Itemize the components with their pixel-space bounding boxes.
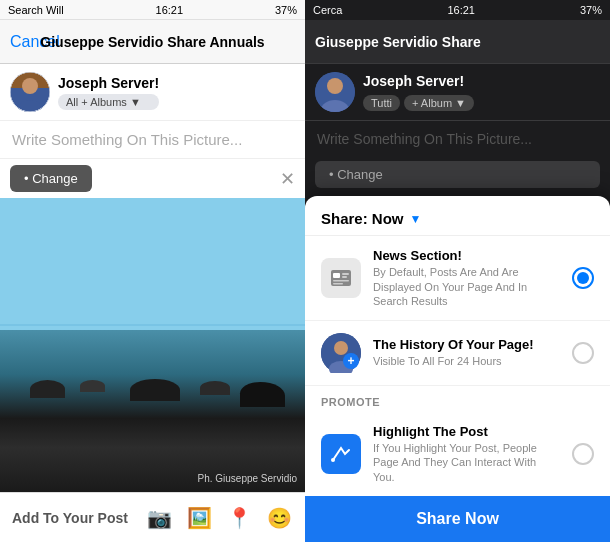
user-row-right: Joseph Server! Tutti + Album ▼ <box>305 64 610 121</box>
news-icon <box>321 258 361 298</box>
write-something-left[interactable]: Write Something On This Picture... <box>0 121 305 159</box>
svg-text:+: + <box>347 354 354 368</box>
history-option-desc: Visible To All For 24 Hours <box>373 354 560 368</box>
status-bar-left: Search Will 16:21 37% <box>0 0 305 20</box>
water-surface <box>0 324 305 326</box>
news-option-text: News Section! By Default, Posts Are And … <box>373 248 560 308</box>
close-icon-left[interactable]: ✕ <box>280 168 295 190</box>
camera-icon[interactable]: 📷 <box>145 504 173 532</box>
avatar-right <box>315 72 355 112</box>
nav-title-right: Giuseppe Servidio Share <box>315 34 481 50</box>
news-radio-inner <box>577 272 589 284</box>
share-title: Share: Now <box>321 210 404 227</box>
highlight-option-title: Highlight The Post <box>373 424 560 439</box>
audience-album[interactable]: + Album ▼ <box>404 95 474 111</box>
svg-point-1 <box>16 100 44 112</box>
user-info-left: Joseph Server! All + Albums ▼ <box>58 75 159 110</box>
gallery-icon[interactable]: 🖼️ <box>185 504 213 532</box>
carrier-right: Cerca <box>313 4 342 16</box>
nav-bar-left: Cancel Giuseppe Servidio Share Annuals <box>0 20 305 64</box>
location-icon[interactable]: 📍 <box>225 504 253 532</box>
share-header: Share: Now ▼ <box>305 196 610 236</box>
rock-5 <box>240 382 285 407</box>
share-now-button[interactable]: Share Now <box>305 496 610 542</box>
svg-point-4 <box>327 78 343 94</box>
rock-4 <box>200 381 230 395</box>
share-dropdown-icon[interactable]: ▼ <box>410 212 422 226</box>
status-bar-right: Cerca 16:21 37% <box>305 0 610 20</box>
time-right: 16:21 <box>447 4 475 16</box>
share-option-history[interactable]: + The History Of Your Page! Visible To A… <box>305 321 610 386</box>
battery-right: 37% <box>580 4 602 16</box>
audience-selector-left[interactable]: All + Albums ▼ <box>58 94 159 110</box>
battery-left: 37% <box>275 4 297 16</box>
change-button-right[interactable]: • Change <box>315 161 600 188</box>
bottom-bar-left: Add To Your Post 📷 🖼️ 📍 😊 <box>0 492 305 542</box>
rock-3 <box>130 379 180 401</box>
rock-2 <box>80 380 105 392</box>
svg-rect-11 <box>333 283 343 285</box>
user-info-right: Joseph Server! Tutti + Album ▼ <box>363 73 474 111</box>
history-icon: + <box>321 333 361 373</box>
write-something-right: Write Something On This Picture... <box>305 121 610 157</box>
share-option-news[interactable]: News Section! By Default, Posts Are And … <box>305 236 610 321</box>
change-btn-area: • Change ✕ <box>0 159 305 198</box>
svg-point-17 <box>331 458 335 462</box>
emoji-icon[interactable]: 😊 <box>265 504 293 532</box>
user-row-left: Joseph Server! All + Albums ▼ <box>0 64 305 121</box>
news-option-desc: By Default, Posts Are And Are Displayed … <box>373 265 560 308</box>
avatar-left <box>10 72 50 112</box>
share-option-highlight[interactable]: Highlight The Post If You Highlight Your… <box>305 412 610 496</box>
highlight-option-text: Highlight The Post If You Highlight Your… <box>373 424 560 484</box>
svg-rect-10 <box>333 280 349 282</box>
svg-rect-7 <box>333 273 340 278</box>
highlight-radio[interactable] <box>572 443 594 465</box>
history-option-text: The History Of Your Page! Visible To All… <box>373 337 560 368</box>
change-button-left[interactable]: • Change <box>10 165 92 192</box>
promote-section: Promote <box>305 386 610 412</box>
nav-title-left: Giuseppe Servidio Share Annuals <box>40 34 264 50</box>
left-panel: Search Will 16:21 37% Cancel Giuseppe Se… <box>0 0 305 542</box>
highlight-icon <box>321 434 361 474</box>
svg-rect-8 <box>342 273 349 275</box>
nav-bar-right: Giuseppe Servidio Share <box>305 20 610 64</box>
time-left: 16:21 <box>156 4 184 16</box>
carrier-left: Search Will <box>8 4 64 16</box>
user-name-right: Joseph Server! <box>363 73 474 89</box>
rock-1 <box>30 380 65 398</box>
svg-point-13 <box>334 341 348 355</box>
svg-point-0 <box>22 78 38 94</box>
history-radio[interactable] <box>572 342 594 364</box>
audience-tutti[interactable]: Tutti <box>363 95 400 111</box>
svg-rect-9 <box>342 276 347 278</box>
promote-label: Promote <box>321 396 594 408</box>
photo-credit: Ph. Giuseppe Servidio <box>197 473 297 484</box>
history-option-title: The History Of Your Page! <box>373 337 560 352</box>
news-radio[interactable] <box>572 267 594 289</box>
news-option-title: News Section! <box>373 248 560 263</box>
right-panel: Cerca 16:21 37% Giuseppe Servidio Share … <box>305 0 610 542</box>
share-overlay: Share: Now ▼ News Section! By Default, P… <box>305 196 610 542</box>
highlight-option-desc: If You Highlight Your Post, People Page … <box>373 441 560 484</box>
photo-area-left: Ph. Giuseppe Servidio <box>0 198 305 492</box>
user-name-left: Joseph Server! <box>58 75 159 91</box>
add-to-post-label: Add To Your Post <box>12 510 128 526</box>
avatar-face <box>10 72 50 112</box>
